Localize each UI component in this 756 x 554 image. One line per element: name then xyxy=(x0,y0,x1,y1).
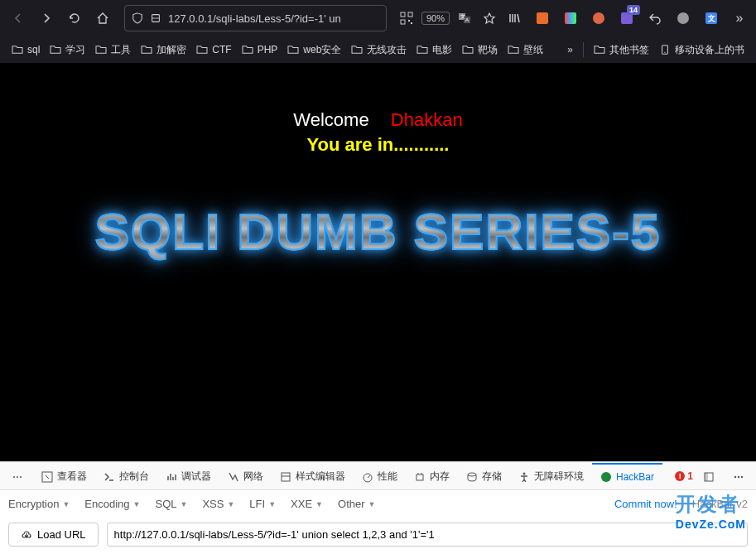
bookmark-folder[interactable]: 壁纸 xyxy=(503,40,548,60)
devtools-tab-hackbar[interactable]: HackBar xyxy=(592,463,662,489)
svg-rect-24 xyxy=(417,475,423,480)
ext-icon-2[interactable] xyxy=(561,8,580,28)
overflow-icon[interactable]: » xyxy=(730,8,749,28)
you-are-in-text: You are in........... xyxy=(0,134,756,156)
hackbar-url-input[interactable] xyxy=(107,523,748,547)
svg-point-28 xyxy=(523,472,526,475)
devtools-tab-debugger[interactable]: 调试器 xyxy=(157,463,219,489)
cloud-download-icon xyxy=(21,530,32,540)
hackbar-menu-encryption[interactable]: Encryption▼ xyxy=(8,498,70,510)
bookmark-folder[interactable]: web安全 xyxy=(282,40,346,60)
svg-point-32 xyxy=(734,475,736,477)
ext-icon-1[interactable] xyxy=(532,8,552,28)
hackbar-menu-lfi[interactable]: LFI▼ xyxy=(249,498,276,510)
bookmark-folder[interactable]: 工具 xyxy=(90,40,136,60)
ext-icon-4[interactable]: 14 xyxy=(617,8,637,28)
svg-point-18 xyxy=(17,476,18,478)
svg-rect-5 xyxy=(408,20,410,22)
banner: SQLI DUMB SERIES-5 xyxy=(0,202,756,261)
ext-icon-3[interactable] xyxy=(589,8,609,28)
svg-rect-6 xyxy=(411,22,412,24)
svg-rect-31 xyxy=(705,473,708,481)
commit-link[interactable]: Commit now! xyxy=(614,498,677,510)
devtools-tab-a11y[interactable]: 无障碍环境 xyxy=(510,463,592,489)
svg-point-16 xyxy=(664,52,665,53)
svg-rect-3 xyxy=(408,12,412,17)
bookmark-folder[interactable]: 无线攻击 xyxy=(346,40,412,60)
hackbar-menu-xss[interactable]: XSS▼ xyxy=(202,498,234,510)
bookmark-folder[interactable]: 电影 xyxy=(412,40,457,60)
hackbar-menu-sql[interactable]: SQL▼ xyxy=(155,498,187,510)
bookmark-folder[interactable]: CTF xyxy=(191,40,236,60)
bookmark-folder[interactable]: 移动设备上的书 xyxy=(654,40,749,60)
bookmark-folder[interactable]: 其他书签 xyxy=(589,40,654,60)
bookmark-folder[interactable]: sql xyxy=(7,40,45,60)
page-content: Welcome Dhakkan You are in........... SQ… xyxy=(0,63,756,461)
reload-button[interactable] xyxy=(63,7,86,30)
translate-icon[interactable]: 文A xyxy=(455,8,474,28)
svg-point-34 xyxy=(741,475,743,477)
svg-rect-2 xyxy=(401,12,405,17)
bookmarks-bar: sql学习工具加解密CTFPHPweb安全无线攻击电影靶场壁纸 » 其他书签移动… xyxy=(0,36,756,63)
zoom-level[interactable]: 90% xyxy=(421,12,450,25)
devtools-more[interactable] xyxy=(725,465,753,488)
devtools-tab-memory[interactable]: 内存 xyxy=(406,463,458,489)
devtools-tab-console[interactable]: 控制台 xyxy=(95,463,157,489)
devtools-tab-perf[interactable]: 性能 xyxy=(354,463,406,489)
browser-nav-bar: 127.0.0.1/sqli-labs/Less-5/?id=-1' un 90… xyxy=(0,0,756,36)
load-url-button[interactable]: Load URL xyxy=(8,523,99,547)
hackbar-menu: Encryption▼Encoding▼SQL▼XSS▼LFI▼XXE▼Othe… xyxy=(0,489,756,518)
hackbar-menu-xxe[interactable]: XXE▼ xyxy=(291,498,323,510)
welcome-line: Welcome Dhakkan xyxy=(0,109,756,131)
ext-badge: 14 xyxy=(627,5,640,15)
svg-point-19 xyxy=(20,476,22,478)
hackbar-version: HackBar v2 xyxy=(692,498,748,510)
bookmark-folder[interactable]: 靶场 xyxy=(457,40,503,60)
svg-text:A: A xyxy=(465,17,469,22)
qr-icon[interactable] xyxy=(397,8,417,28)
svg-point-29 xyxy=(601,472,611,482)
dhakkan-text: Dhakkan xyxy=(391,109,463,130)
svg-line-14 xyxy=(518,14,519,22)
forward-button[interactable] xyxy=(35,7,58,30)
undo-icon[interactable] xyxy=(645,8,665,28)
svg-point-33 xyxy=(738,475,739,477)
devtools-tab-style[interactable]: 样式编辑器 xyxy=(272,463,354,489)
lock-icon xyxy=(150,12,161,24)
hackbar-input-row: Load URL 开发者 DevZe.CoM xyxy=(0,518,756,554)
bookmark-folder[interactable]: 加解密 xyxy=(136,40,191,60)
back-button[interactable] xyxy=(7,7,30,30)
svg-rect-4 xyxy=(401,20,405,24)
error-indicator[interactable]: ! 1 xyxy=(675,470,693,482)
svg-point-17 xyxy=(13,476,15,478)
home-button[interactable] xyxy=(91,7,114,30)
url-bar[interactable]: 127.0.0.1/sqli-labs/Less-5/?id=-1' un xyxy=(124,5,387,31)
divider xyxy=(583,42,584,57)
bookmark-folder[interactable]: 学习 xyxy=(45,40,90,60)
devtools-tab-inspector[interactable]: 查看器 xyxy=(33,463,95,489)
svg-point-27 xyxy=(468,473,476,476)
bookmark-star-icon[interactable] xyxy=(479,8,499,28)
devtools-tabs: 查看器控制台调试器网络样式编辑器性能内存存储无障碍环境HackBar ! 1 xyxy=(0,461,756,489)
bookmarks-overflow[interactable]: » xyxy=(562,41,578,59)
hackbar-menu-other[interactable]: Other▼ xyxy=(338,498,375,510)
url-text: 127.0.0.1/sqli-labs/Less-5/?id=-1' un xyxy=(168,12,341,25)
hackbar-menu-encoding[interactable]: Encoding▼ xyxy=(84,498,140,510)
bookmark-folder[interactable]: PHP xyxy=(237,40,283,60)
shield-icon xyxy=(132,12,143,24)
devtools-customize[interactable] xyxy=(695,465,723,488)
devtools-tab-network[interactable]: 网络 xyxy=(219,463,272,489)
library-icon[interactable] xyxy=(504,8,524,28)
svg-rect-21 xyxy=(282,473,290,481)
devtools-tab-storage[interactable]: 存储 xyxy=(458,463,510,489)
welcome-text: Welcome xyxy=(293,109,368,130)
ext-icon-5[interactable] xyxy=(673,8,693,28)
ext-icon-6[interactable]: 文 xyxy=(701,8,721,28)
devtools-options[interactable] xyxy=(3,465,31,488)
banner-text: SQLI DUMB SERIES-5 xyxy=(95,203,662,260)
